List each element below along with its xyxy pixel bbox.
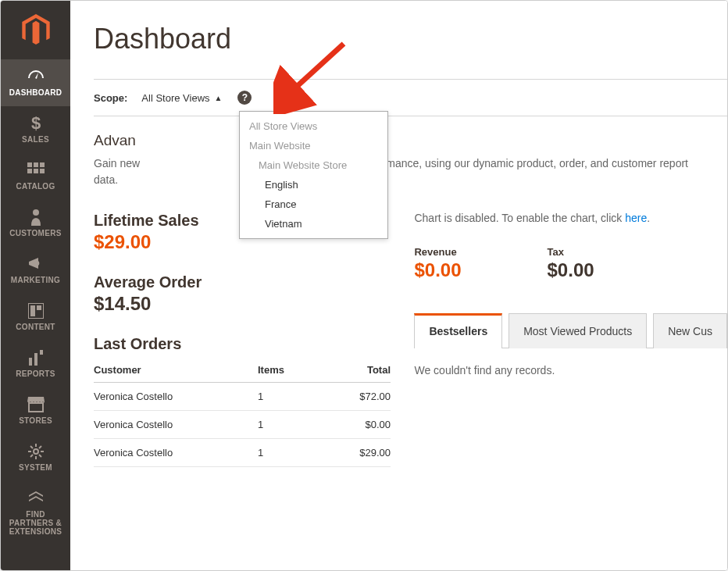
dashboard-icon xyxy=(27,67,45,86)
kpi-tax-label: Tax xyxy=(548,246,594,258)
sidebar-item-dashboard[interactable]: DASHBOARD xyxy=(1,59,70,106)
cell-items: 1 xyxy=(250,383,324,411)
sidebar-item-label: SYSTEM xyxy=(16,463,55,472)
sidebar-item-marketing[interactable]: MARKETING xyxy=(1,247,70,294)
sidebar: DASHBOARD $ SALES CATALOG CUSTOMERS MARK… xyxy=(1,1,70,570)
cell-items: 1 xyxy=(250,411,324,439)
stores-icon xyxy=(27,395,45,414)
scope-option-english[interactable]: English xyxy=(240,175,387,194)
sidebar-item-label: CONTENT xyxy=(12,323,58,331)
sidebar-item-catalog[interactable]: CATALOG xyxy=(1,153,70,200)
svg-rect-11 xyxy=(29,358,32,366)
tab-new-customers[interactable]: New Cus xyxy=(653,313,727,348)
scope-option-all[interactable]: All Store Views xyxy=(240,116,387,136)
svg-point-15 xyxy=(34,449,38,454)
svg-rect-9 xyxy=(30,305,35,316)
sidebar-item-stores[interactable]: STORES xyxy=(1,387,70,434)
svg-rect-13 xyxy=(40,350,43,355)
sidebar-item-label: CUSTOMERS xyxy=(6,229,64,237)
sidebar-item-label: FIND PARTNERS & EXTENSIONS xyxy=(1,510,70,536)
cell-total: $72.00 xyxy=(324,383,391,411)
sidebar-item-sales[interactable]: $ SALES xyxy=(1,106,70,153)
reports-icon xyxy=(28,348,44,367)
content-icon xyxy=(28,302,44,320)
sidebar-item-customers[interactable]: CUSTOMERS xyxy=(1,200,70,247)
cell-items: 1 xyxy=(250,439,324,467)
product-tabs: Bestsellers Most Viewed Products New Cus xyxy=(414,312,727,348)
sidebar-item-content[interactable]: CONTENT xyxy=(1,294,70,341)
advanced-body-end: data. xyxy=(94,173,118,186)
svg-rect-6 xyxy=(40,169,45,173)
svg-rect-3 xyxy=(40,162,45,167)
col-items[interactable]: Items xyxy=(250,358,324,383)
svg-rect-5 xyxy=(34,169,38,173)
cell-customer: Veronica Costello xyxy=(94,383,250,411)
kpi-tax: Tax $0.00 xyxy=(548,246,594,281)
sidebar-item-label: REPORTS xyxy=(12,369,58,378)
main-content: Dashboard Scope: All Store Views ▲ ? All… xyxy=(70,1,727,570)
scope-dropdown: All Store Views Main Website Main Websit… xyxy=(239,111,388,239)
caret-up-icon: ▲ xyxy=(215,94,223,102)
svg-rect-4 xyxy=(27,169,32,173)
scope-option-main-website: Main Website xyxy=(240,136,387,155)
cell-customer: Veronica Costello xyxy=(94,439,250,467)
sidebar-item-reports[interactable]: REPORTS xyxy=(1,341,70,387)
sales-icon: $ xyxy=(30,114,42,133)
scope-label: Scope: xyxy=(94,92,127,104)
sidebar-item-label: DASHBOARD xyxy=(6,88,66,97)
svg-rect-12 xyxy=(34,353,37,366)
page-title: Dashboard xyxy=(94,1,727,79)
kpi-revenue: Revenue $0.00 xyxy=(414,246,461,281)
svg-point-7 xyxy=(33,209,39,216)
advanced-body-prefix: Gain new xyxy=(94,157,140,170)
sidebar-item-label: CATALOG xyxy=(12,182,58,191)
last-orders: Last Orders Customer Items Total xyxy=(94,335,398,467)
advanced-reporting-title: Advan xyxy=(94,132,727,149)
magento-logo-icon xyxy=(22,14,50,47)
svg-rect-1 xyxy=(27,162,32,167)
svg-text:$: $ xyxy=(30,114,40,133)
scope-option-vietnam[interactable]: Vietnam xyxy=(240,214,387,234)
system-icon xyxy=(28,442,44,461)
help-icon[interactable]: ? xyxy=(237,91,252,105)
svg-line-22 xyxy=(30,455,33,457)
scope-selected-value: All Store Views xyxy=(141,92,209,104)
magento-logo[interactable] xyxy=(1,1,70,59)
chart-disabled-message: Chart is disabled. To enable the chart, … xyxy=(414,212,727,224)
advanced-reporting: Advan Gain new f your business' performa… xyxy=(94,116,727,212)
average-order-title: Average Order xyxy=(94,273,398,291)
scope-selector[interactable]: All Store Views ▲ xyxy=(141,92,222,104)
sidebar-item-label: STORES xyxy=(16,416,55,425)
tab-bestsellers[interactable]: Bestsellers xyxy=(414,313,502,348)
average-order: Average Order $14.50 xyxy=(94,273,398,315)
cell-customer: Veronica Costello xyxy=(94,411,250,439)
last-orders-table: Customer Items Total Veronica Costello 1… xyxy=(94,358,391,467)
sidebar-item-partners[interactable]: FIND PARTNERS & EXTENSIONS xyxy=(1,481,70,545)
scope-option-main-website-store: Main Website Store xyxy=(240,155,387,175)
cell-total: $0.00 xyxy=(324,411,391,439)
cell-total: $29.00 xyxy=(324,439,391,467)
customers-icon xyxy=(30,208,41,227)
tab-most-viewed[interactable]: Most Viewed Products xyxy=(509,313,647,348)
tab-content: We couldn't find any records. xyxy=(414,364,727,377)
svg-line-23 xyxy=(39,446,41,448)
svg-rect-14 xyxy=(29,403,43,412)
col-total[interactable]: Total xyxy=(324,358,391,383)
table-row[interactable]: Veronica Costello 1 $0.00 xyxy=(94,411,391,439)
partners-icon xyxy=(27,489,45,508)
scope-option-france[interactable]: France xyxy=(240,194,387,214)
table-row[interactable]: Veronica Costello 1 $72.00 xyxy=(94,383,391,411)
sidebar-item-label: MARKETING xyxy=(8,276,63,284)
sidebar-item-system[interactable]: SYSTEM xyxy=(1,434,70,481)
kpi-revenue-value: $0.00 xyxy=(414,259,461,281)
sidebar-item-label: SALES xyxy=(19,135,52,144)
average-order-value: $14.50 xyxy=(94,293,398,315)
col-customer[interactable]: Customer xyxy=(94,358,250,383)
svg-rect-10 xyxy=(37,305,41,310)
kpi-revenue-label: Revenue xyxy=(414,246,461,258)
svg-line-21 xyxy=(39,455,41,457)
chart-enable-link[interactable]: here xyxy=(625,212,647,224)
marketing-icon xyxy=(27,255,45,273)
table-row[interactable]: Veronica Costello 1 $29.00 xyxy=(94,439,391,467)
svg-line-20 xyxy=(30,446,33,448)
